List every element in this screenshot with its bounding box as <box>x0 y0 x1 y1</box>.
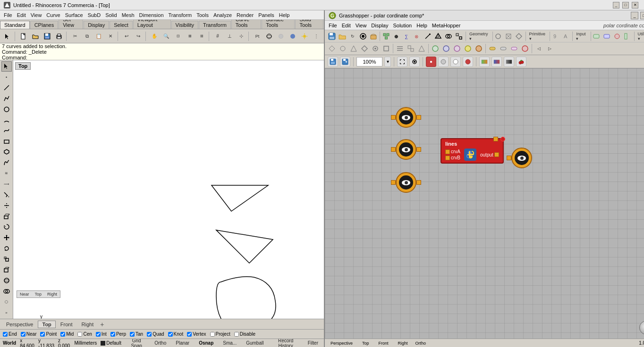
menu-subd[interactable]: SubD <box>86 12 103 18</box>
gh-saveas-btn[interactable] <box>340 57 350 67</box>
tab-solid-tools[interactable]: Solid Tools <box>295 20 323 29</box>
gh-btn-row2-18[interactable] <box>520 43 530 54</box>
gh-btn-row2-7[interactable] <box>395 43 405 54</box>
gh-menu-edit[interactable]: Edit <box>340 22 353 29</box>
snap-vertex[interactable]: Vertex <box>187 331 206 337</box>
close-btn[interactable]: ✕ <box>632 2 638 8</box>
lt-boolean-btn[interactable] <box>1 286 12 297</box>
vp-tab-perspective[interactable]: Perspective <box>2 321 37 328</box>
menu-tools[interactable]: Tools <box>195 12 211 18</box>
status-filter[interactable]: Filter <box>305 340 321 346</box>
gh-menu-view[interactable]: View <box>354 22 369 29</box>
gh-btn-g1[interactable] <box>493 31 503 41</box>
gh-status-top[interactable]: Top <box>360 341 371 346</box>
lt-arc-btn[interactable] <box>1 115 12 125</box>
snap-int[interactable]: Int <box>96 331 107 337</box>
menu-panels[interactable]: Panels <box>256 12 276 18</box>
gh-btn-row2-12[interactable] <box>452 43 462 54</box>
grid-btn[interactable]: # <box>212 31 223 42</box>
gh-btn-bake[interactable] <box>368 31 378 41</box>
menu-help[interactable]: Help <box>277 12 292 18</box>
lt-circle-btn[interactable] <box>1 104 12 115</box>
lt-scale-btn[interactable] <box>1 254 12 264</box>
vp-tab-right[interactable]: Right <box>77 321 98 328</box>
gh-btn-row2-6[interactable] <box>381 43 391 54</box>
render-btn[interactable] <box>287 31 298 42</box>
save-btn[interactable] <box>42 31 53 42</box>
gh-eye-node-2[interactable] <box>391 139 421 160</box>
snap-knot[interactable]: Knot <box>168 331 184 337</box>
lt-curve-btn[interactable] <box>1 125 12 136</box>
viewport[interactable]: Top x y <box>13 60 324 319</box>
minimize-btn[interactable]: _ <box>613 2 619 8</box>
lt-polyline-btn[interactable] <box>1 93 12 104</box>
print-btn[interactable] <box>53 31 65 42</box>
ortho-btn[interactable]: ⊥ <box>224 31 235 42</box>
gh-gradient-btn2[interactable] <box>491 57 502 67</box>
gh-btn-row2-16[interactable] <box>498 43 508 54</box>
snap-near[interactable]: Near <box>21 331 37 337</box>
menu-curve[interactable]: Curve <box>44 12 62 18</box>
status-gridsnap[interactable]: Grid Snap <box>125 339 148 347</box>
tab-curve-tools[interactable]: Curve Tools <box>231 20 261 29</box>
gh-white-sphere-btn[interactable] <box>450 57 461 67</box>
gh-btn-preview[interactable] <box>358 31 368 41</box>
vp-tab-top[interactable]: Top <box>38 321 55 328</box>
sun-btn[interactable] <box>299 31 310 42</box>
gh-btn-g2[interactable] <box>504 31 514 41</box>
gh-btn-row2-5[interactable] <box>370 43 381 54</box>
gh-gradient-btn1[interactable] <box>479 57 490 67</box>
cut-btn[interactable]: ✂ <box>69 31 81 42</box>
gh-btn-i3[interactable] <box>612 31 622 41</box>
zoom-win-btn[interactable]: ⊡ <box>172 31 184 42</box>
gh-btn-script[interactable]: ⊗ <box>413 31 423 41</box>
gh-eye-node-3[interactable] <box>391 172 421 193</box>
snap-tan[interactable]: Tan <box>130 331 143 337</box>
gh-btn-row2-8[interactable] <box>406 43 416 54</box>
menu-solid[interactable]: Solid <box>103 12 119 18</box>
gh-btn-row2-10[interactable] <box>430 43 441 54</box>
lt-point-btn[interactable]: • <box>1 72 12 83</box>
gh-red-toggle[interactable]: ● <box>426 57 436 67</box>
lt-rect-btn[interactable] <box>1 136 12 147</box>
zoom-sel-btn[interactable]: ⊠ <box>184 31 195 42</box>
status-ortho[interactable]: Ortho <box>152 340 169 346</box>
gh-btn-recalc[interactable]: ↻ <box>347 31 357 41</box>
tab-cplanes[interactable]: CPlanes <box>30 21 59 29</box>
snap-quad[interactable]: Quad <box>147 331 164 337</box>
gh-grey-sphere-btn[interactable] <box>438 57 449 67</box>
copy-btn[interactable]: ⧉ <box>81 31 93 42</box>
lt-sphere2-btn[interactable] <box>1 275 12 286</box>
snap-mid[interactable]: Mid <box>60 331 74 337</box>
gh-status-front[interactable]: Front <box>377 341 390 346</box>
snap-disable[interactable]: Disable <box>234 331 255 337</box>
gh-btn-vector[interactable] <box>423 31 433 41</box>
menu-render[interactable]: Render <box>235 12 255 18</box>
lt-move-btn[interactable] <box>1 232 12 243</box>
lt-extrude-btn[interactable] <box>1 211 12 222</box>
gh-btn-row2-13[interactable] <box>463 43 473 54</box>
gh-red-sphere-btn[interactable] <box>463 57 473 67</box>
menu-surface[interactable]: Surface <box>63 12 85 18</box>
vp-tab-add[interactable]: + <box>98 321 106 328</box>
gh-status-right[interactable]: Right <box>396 341 410 346</box>
gh-maximize-btn[interactable]: □ <box>640 12 644 19</box>
gh-btn-row2-9[interactable] <box>416 43 427 54</box>
zoom-btn[interactable]: 🔍 <box>161 31 172 42</box>
material-btn[interactable] <box>275 31 287 42</box>
status-planar[interactable]: Planar <box>173 340 192 346</box>
gh-btn-i1[interactable] <box>592 31 602 41</box>
menu-view[interactable]: View <box>29 12 44 18</box>
tab-setview[interactable]: Set View <box>59 20 83 29</box>
vp-tab-front[interactable]: Front <box>56 321 77 328</box>
gh-btn-navigate-left[interactable]: ◁ <box>534 43 544 54</box>
gh-btn-transform[interactable] <box>454 31 464 41</box>
lt-analysis-btn[interactable]: ⬡ <box>1 297 12 307</box>
gh-btn-row2-4[interactable] <box>359 43 370 54</box>
new-btn[interactable] <box>18 31 29 42</box>
zoom-input[interactable]: 100% <box>356 57 382 66</box>
tab-standard[interactable]: Standard <box>0 21 30 29</box>
zoom-all-btn[interactable]: ⊞ <box>196 31 207 42</box>
viewport-label[interactable]: Top <box>15 62 31 70</box>
select-btn[interactable] <box>2 31 13 42</box>
